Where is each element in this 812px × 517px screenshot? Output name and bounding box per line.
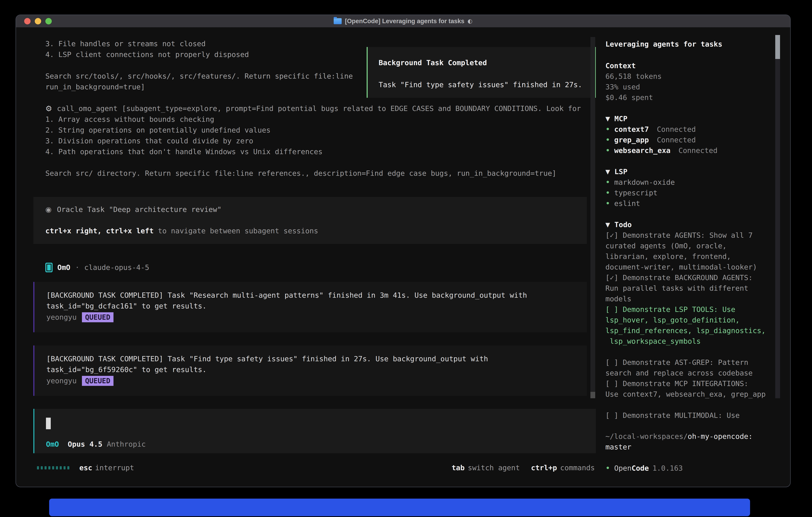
status-dot-icon: • (605, 135, 610, 145)
oracle-task-label: Oracle Task "Deep architecture review" (57, 204, 222, 215)
status-dot-icon: • (605, 188, 610, 198)
lsp-name: typescript (614, 188, 658, 198)
prompt-input[interactable]: OmO Opus 4.5 Anthropic (33, 409, 596, 453)
tool-call-head: call_omo_agent [subagent_type=explore, p… (57, 103, 581, 114)
app-name-light: Open (614, 464, 632, 472)
mcp-name: grep_app (614, 135, 649, 145)
mcp-heading: MCP (614, 113, 628, 124)
todo-section-header[interactable]: ▼ Todo (605, 219, 766, 230)
mcp-name: websearch_exa (614, 145, 670, 156)
mcp-item: • grep_app Connected (605, 135, 718, 145)
mcp-name: context7 (614, 124, 649, 135)
zoom-button[interactable] (46, 18, 52, 24)
lsp-name: markdown-oxide (614, 177, 675, 188)
message-text: [BACKGROUND TASK COMPLETED] Task "Find t… (46, 353, 488, 375)
agent-separator: · (75, 262, 80, 273)
toast-title: Background Task Completed (379, 57, 487, 68)
context-heading: Context (605, 60, 636, 71)
input-provider-name: Anthropic (107, 439, 146, 450)
todo-section: ▼ Todo [✓] Demonstrate AGENTS: Show all … (605, 219, 766, 420)
oracle-hint-keys: ctrl+x right, ctrl+x left (46, 227, 154, 235)
status-bar: esc interrupt tab switch agent ctrl+p co… (33, 462, 596, 473)
fisheye-icon: ◉ (46, 204, 57, 215)
status-badge: QUEUED (82, 376, 114, 386)
tool-call-body: 1. Array access without bounds checking … (46, 114, 556, 179)
branch-name: master (605, 442, 753, 452)
status-dot-icon: • (605, 124, 610, 135)
scrollback-text: 3. File handles or streams not closed 4.… (46, 38, 353, 92)
context-stats: 66,518 tokens 33% used $0.46 spent (605, 71, 662, 103)
message-background-task-2: [BACKGROUND TASK COMPLETED] Task "Find t… (33, 346, 587, 396)
main-scrollbar-track[interactable] (590, 37, 595, 398)
status-dot-icon: • (605, 145, 610, 156)
traffic-lights (24, 18, 52, 24)
mcp-item: • context7 Connected (605, 124, 718, 135)
lsp-section-header[interactable]: ▼ LSP (605, 166, 675, 177)
todo-pending-items: [ ] Demonstrate AST-GREP: Pattern search… (605, 357, 766, 420)
toast-body: Task "Find type safety issues" finished … (379, 79, 582, 90)
gear-icon: ⚙ (46, 103, 57, 114)
todo-active-item: [ ] Demonstrate LSP TOOLS: Use lsp_hover… (605, 304, 766, 347)
input-agent-name: OmO (46, 439, 59, 450)
oracle-hint-text: to navigate between subagent sessions (154, 227, 318, 235)
esc-key-hint: esc (79, 462, 92, 473)
ctrl-p-key-hint: ctrl+p (531, 462, 557, 473)
terminal-window: [OpenCode] Leveraging agents for tasks ◐… (16, 15, 791, 487)
background-task-toast: Background Task Completed Task "Find typ… (367, 47, 596, 98)
mcp-item: • websearch_exa Connected (605, 145, 718, 156)
tab-key-hint: tab (452, 462, 465, 473)
workspace-path: ~/local-workspaces/oh-my-opencode: maste… (605, 431, 753, 452)
status-badge: QUEUED (82, 312, 114, 322)
oracle-task-panel: ◉ Oracle Task "Deep architecture review"… (33, 197, 587, 244)
repo-name: oh-my-opencode: (688, 432, 753, 440)
tool-call-row: ⚙ call_omo_agent [subagent_type=explore,… (46, 103, 581, 114)
sidebar-scrollbar-thumb[interactable] (775, 35, 780, 59)
path-prefix: ~/local-workspaces/ (605, 432, 688, 440)
message-author: yeongyu (46, 376, 77, 386)
lsp-item: • typescript (605, 188, 675, 198)
lsp-heading: LSP (614, 166, 628, 177)
window-title: [OpenCode] Leveraging agents for tasks (345, 18, 464, 25)
todo-heading: Todo (614, 219, 632, 230)
switch-agent-label: switch agent (468, 462, 520, 473)
status-dot-icon: • (605, 177, 610, 188)
text-cursor (46, 418, 51, 429)
input-model-name: Opus 4.5 (68, 439, 102, 450)
mcp-section: ▼ MCP • context7 Connected • grep_app Co… (605, 113, 718, 156)
session-title: Leveraging agents for tasks (605, 39, 722, 49)
message-text: [BACKGROUND TASK COMPLETED] Task "Resear… (46, 290, 527, 311)
agent-checkbox-icon (46, 263, 53, 272)
progress-half-circle-icon: ◐ (467, 18, 472, 24)
model-row: OmO Opus 4.5 Anthropic (46, 439, 146, 450)
status-dot-icon: • (605, 198, 610, 209)
lsp-section: ▼ LSP • markdown-oxide • typescript • es… (605, 166, 675, 209)
status-dot-icon: • (605, 463, 610, 473)
interrupt-dots (37, 466, 69, 469)
lsp-item: • markdown-oxide (605, 177, 675, 188)
todo-completed-items: [✓] Demonstrate AGENTS: Show all 7 curat… (605, 230, 766, 304)
agent-header: OmO · claude-opus-4-5 (46, 262, 149, 273)
version-row: • OpenCode1.0.163 (605, 463, 683, 473)
close-button[interactable] (24, 18, 31, 24)
message-author: yeongyu (46, 312, 77, 323)
mcp-status: Connected (678, 145, 718, 156)
lsp-name: eslint (614, 198, 640, 209)
sidebar: Leveraging agents for tasks Context 66,5… (605, 15, 781, 487)
agent-name: OmO (57, 262, 70, 273)
chevron-down-icon: ▼ (605, 219, 610, 230)
app-name-bold: Code (632, 464, 649, 472)
lsp-item: • eslint (605, 198, 675, 209)
mcp-status: Connected (657, 135, 696, 145)
folder-icon (334, 18, 342, 24)
minimize-button[interactable] (35, 18, 41, 24)
window-title-group: [OpenCode] Leveraging agents for tasks ◐ (334, 18, 472, 25)
mcp-section-header[interactable]: ▼ MCP (605, 113, 718, 124)
sidebar-scrollbar-track[interactable] (775, 35, 780, 398)
message-background-task-1: [BACKGROUND TASK COMPLETED] Task "Resear… (33, 282, 587, 332)
interrupt-label: interrupt (95, 462, 134, 473)
chevron-down-icon: ▼ (605, 113, 610, 124)
chevron-down-icon: ▼ (605, 166, 610, 177)
dock-strip[interactable] (49, 498, 750, 516)
main-scrollbar-thumb[interactable] (590, 392, 595, 398)
commands-label: commands (560, 462, 595, 473)
